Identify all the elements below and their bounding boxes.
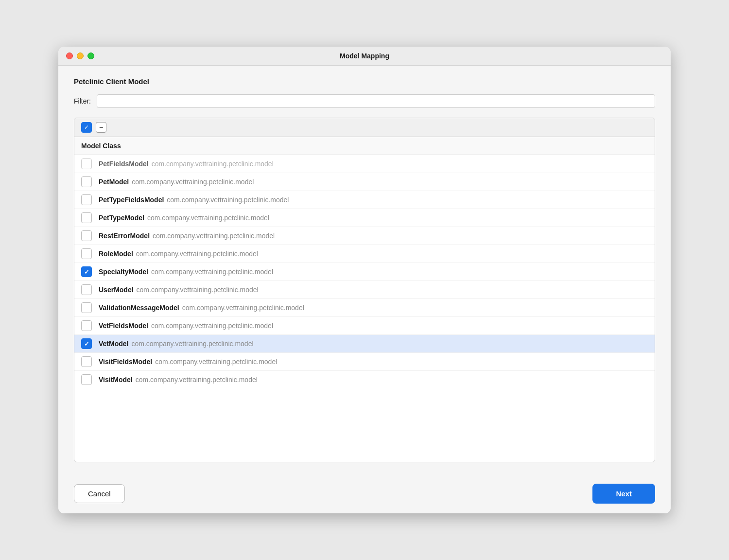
row-checkbox[interactable]: ✓ <box>81 266 92 277</box>
row-package-name: com.company.vettraining.petclinic.model <box>151 268 273 276</box>
row-class-name: VetFieldsModel <box>99 322 148 330</box>
filter-input[interactable] <box>97 94 655 108</box>
table-row[interactable]: RoleModelcom.company.vettraining.petclin… <box>74 245 655 263</box>
row-text: RestErrorModelcom.company.vettraining.pe… <box>99 232 275 240</box>
table-row[interactable]: ✓SpecialtyModelcom.company.vettraining.p… <box>74 263 655 281</box>
row-class-name: VisitFieldsModel <box>99 358 152 366</box>
row-checkbox[interactable] <box>81 194 92 205</box>
row-class-name: PetModel <box>99 178 129 186</box>
row-checkbox[interactable] <box>81 302 92 313</box>
row-checkbox[interactable] <box>81 356 92 367</box>
column-header: Model Class <box>74 137 655 155</box>
check-icon: ✓ <box>84 124 89 131</box>
main-window: Model Mapping Petclinic Client Model Fil… <box>58 47 671 513</box>
row-checkbox[interactable] <box>81 374 92 385</box>
row-package-name: com.company.vettraining.petclinic.model <box>136 250 258 258</box>
table-row[interactable]: VetFieldsModelcom.company.vettraining.pe… <box>74 317 655 335</box>
table-row[interactable]: ValidationMessageModelcom.company.vettra… <box>74 299 655 317</box>
table-row[interactable]: VisitFieldsModelcom.company.vettraining.… <box>74 353 655 371</box>
row-text: VetModelcom.company.vettraining.petclini… <box>99 340 254 348</box>
row-text: SpecialtyModelcom.company.vettraining.pe… <box>99 268 273 276</box>
table-row[interactable]: VisitModelcom.company.vettraining.petcli… <box>74 371 655 388</box>
traffic-lights <box>66 52 94 59</box>
row-class-name: PetFieldsModel <box>99 160 149 168</box>
row-package-name: com.company.vettraining.petclinic.model <box>155 358 277 366</box>
checkmark-icon: ✓ <box>84 269 89 275</box>
title-bar: Model Mapping <box>58 47 671 66</box>
footer: Cancel Next <box>58 474 671 513</box>
row-package-name: com.company.vettraining.petclinic.model <box>182 304 304 312</box>
row-text: ValidationMessageModelcom.company.vettra… <box>99 304 304 312</box>
row-text: PetTypeModelcom.company.vettraining.petc… <box>99 214 269 222</box>
table-row[interactable]: PetFieldsModelcom.company.vettraining.pe… <box>74 155 655 173</box>
minus-icon: − <box>99 123 103 131</box>
minimize-button[interactable] <box>77 52 84 59</box>
model-table: ✓ − Model Class PetFieldsModelcom.compan… <box>74 118 655 462</box>
next-button[interactable]: Next <box>592 484 655 504</box>
row-package-name: com.company.vettraining.petclinic.model <box>167 196 289 204</box>
row-package-name: com.company.vettraining.petclinic.model <box>131 340 253 348</box>
row-checkbox[interactable] <box>81 284 92 295</box>
row-package-name: com.company.vettraining.petclinic.model <box>147 214 269 222</box>
row-checkbox[interactable]: ✓ <box>81 338 92 349</box>
table-row[interactable]: UserModelcom.company.vettraining.petclin… <box>74 281 655 299</box>
close-button[interactable] <box>66 52 73 59</box>
row-package-name: com.company.vettraining.petclinic.model <box>151 322 273 330</box>
table-row[interactable]: ✓VetModelcom.company.vettraining.petclin… <box>74 335 655 353</box>
row-checkbox[interactable] <box>81 158 92 169</box>
row-text: UserModelcom.company.vettraining.petclin… <box>99 286 259 294</box>
row-class-name: RestErrorModel <box>99 232 150 240</box>
table-row[interactable]: RestErrorModelcom.company.vettraining.pe… <box>74 227 655 245</box>
table-toolbar: ✓ − <box>74 118 655 137</box>
row-package-name: com.company.vettraining.petclinic.model <box>136 376 258 384</box>
row-class-name: SpecialtyModel <box>99 268 148 276</box>
row-package-name: com.company.vettraining.petclinic.model <box>152 160 274 168</box>
filter-row: Filter: <box>74 94 655 108</box>
row-text: VisitModelcom.company.vettraining.petcli… <box>99 376 258 384</box>
row-checkbox[interactable] <box>81 230 92 241</box>
table-body: PetFieldsModelcom.company.vettraining.pe… <box>74 155 655 462</box>
row-class-name: VetModel <box>99 340 128 348</box>
row-checkbox[interactable] <box>81 212 92 223</box>
row-checkbox[interactable] <box>81 176 92 187</box>
row-class-name: UserModel <box>99 286 134 294</box>
table-row[interactable]: PetModelcom.company.vettraining.petclini… <box>74 173 655 191</box>
row-text: VetFieldsModelcom.company.vettraining.pe… <box>99 322 273 330</box>
row-text: PetModelcom.company.vettraining.petclini… <box>99 178 254 186</box>
row-package-name: com.company.vettraining.petclinic.model <box>153 232 275 240</box>
row-class-name: PetTypeFieldsModel <box>99 196 164 204</box>
row-text: RoleModelcom.company.vettraining.petclin… <box>99 250 258 258</box>
row-class-name: ValidationMessageModel <box>99 304 179 312</box>
row-package-name: com.company.vettraining.petclinic.model <box>132 178 254 186</box>
row-text: PetFieldsModelcom.company.vettraining.pe… <box>99 160 274 168</box>
row-class-name: RoleModel <box>99 250 133 258</box>
column-header-label: Model Class <box>81 142 121 150</box>
section-title: Petclinic Client Model <box>74 77 655 86</box>
row-class-name: VisitModel <box>99 376 133 384</box>
deselect-button[interactable]: − <box>96 122 106 133</box>
row-checkbox[interactable] <box>81 248 92 259</box>
row-text: VisitFieldsModelcom.company.vettraining.… <box>99 358 277 366</box>
row-checkbox[interactable] <box>81 320 92 331</box>
filter-label: Filter: <box>74 97 91 105</box>
checkmark-icon: ✓ <box>84 341 89 347</box>
table-row[interactable]: PetTypeFieldsModelcom.company.vettrainin… <box>74 191 655 209</box>
content-area: Petclinic Client Model Filter: ✓ − Model… <box>58 66 671 474</box>
select-all-button[interactable]: ✓ <box>81 122 92 133</box>
cancel-button[interactable]: Cancel <box>74 484 125 503</box>
table-row[interactable]: PetTypeModelcom.company.vettraining.petc… <box>74 209 655 227</box>
window-title: Model Mapping <box>340 52 389 60</box>
row-package-name: com.company.vettraining.petclinic.model <box>137 286 259 294</box>
maximize-button[interactable] <box>87 52 94 59</box>
row-class-name: PetTypeModel <box>99 214 144 222</box>
row-text: PetTypeFieldsModelcom.company.vettrainin… <box>99 196 289 204</box>
